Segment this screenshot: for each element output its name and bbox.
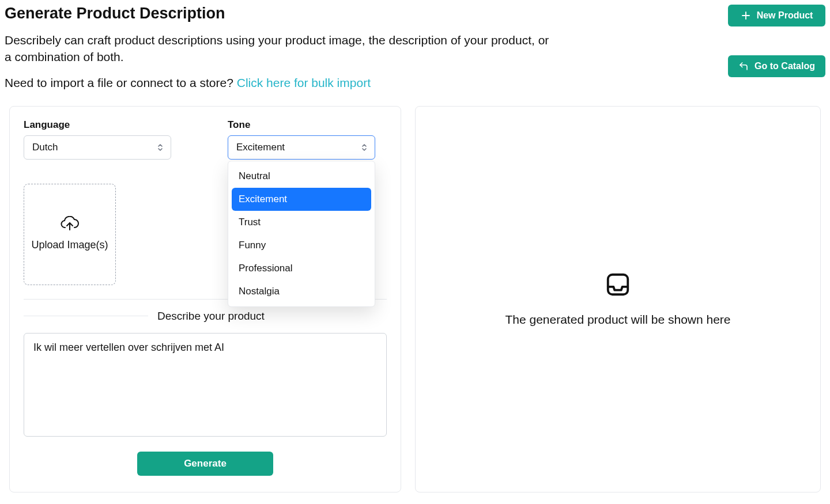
go-to-catalog-button[interactable]: Go to Catalog: [728, 55, 825, 77]
language-value: Dutch: [32, 142, 58, 153]
plus-icon: [741, 10, 751, 21]
preview-empty-text: The generated product will be shown here: [505, 313, 730, 327]
upload-cloud-icon: [60, 216, 80, 232]
import-prompt-text: Need to import a file or connect to a st…: [5, 76, 237, 89]
bulk-import-link[interactable]: Click here for bulk import: [237, 76, 371, 89]
input-card: Language Dutch Tone Excitement: [9, 106, 401, 492]
generate-button[interactable]: Generate: [137, 452, 273, 476]
tone-dropdown[interactable]: NeutralExcitementTrustFunnyProfessionalN…: [228, 161, 375, 307]
preview-card: The generated product will be shown here: [415, 106, 821, 492]
tone-option[interactable]: Trust: [232, 211, 371, 234]
tone-option[interactable]: Professional: [232, 257, 371, 280]
tone-label: Tone: [228, 119, 375, 131]
tone-value: Excitement: [236, 142, 285, 153]
new-product-button[interactable]: New Product: [728, 5, 825, 26]
tone-select[interactable]: Excitement: [228, 135, 375, 160]
svg-rect-3: [608, 275, 628, 295]
new-product-label: New Product: [757, 10, 813, 21]
import-line: Need to import a file or connect to a st…: [5, 76, 710, 90]
tone-option[interactable]: Nostalgia: [232, 280, 371, 303]
inbox-icon: [605, 271, 631, 298]
page-subtitle: Describely can craft product description…: [5, 32, 558, 66]
divider-line: [24, 316, 148, 316]
generate-label: Generate: [184, 458, 227, 469]
back-arrow-icon: [738, 61, 749, 71]
chevron-updown-icon: [157, 143, 164, 152]
go-to-catalog-label: Go to Catalog: [754, 61, 815, 71]
language-label: Language: [24, 119, 171, 131]
tone-option[interactable]: Funny: [232, 234, 371, 257]
describe-label: Describe your product: [157, 310, 265, 323]
upload-image-button[interactable]: Upload Image(s): [24, 184, 116, 285]
describe-divider: Describe your product: [24, 310, 387, 323]
upload-label: Upload Image(s): [31, 238, 108, 252]
language-select[interactable]: Dutch: [24, 135, 171, 160]
page-title: Generate Product Description: [5, 5, 710, 22]
description-textarea[interactable]: [24, 333, 387, 437]
tone-option[interactable]: Neutral: [232, 165, 371, 188]
tone-option[interactable]: Excitement: [232, 188, 371, 211]
chevron-updown-icon: [361, 143, 368, 152]
